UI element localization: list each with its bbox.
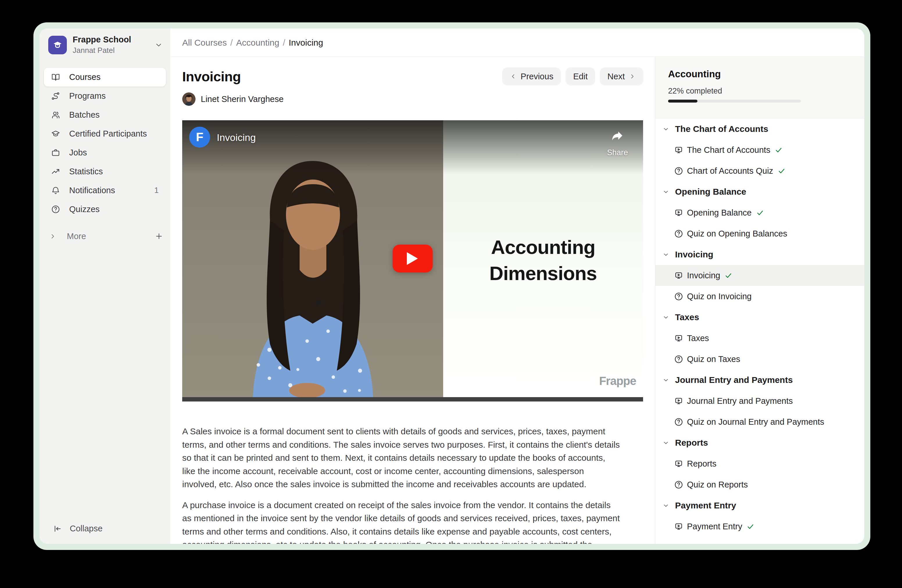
course-outline-panel: Accounting 22% completed The Chart of Ac… bbox=[655, 57, 864, 544]
sidebar-item-batches[interactable]: Batches bbox=[44, 105, 166, 124]
outline-section-title: Taxes bbox=[675, 312, 699, 322]
avatar bbox=[182, 92, 196, 106]
outline-item-label: Quiz on Reports bbox=[687, 480, 748, 489]
lesson-video-icon bbox=[674, 397, 683, 405]
outline-item-label: Journal Entry and Payments bbox=[687, 396, 793, 406]
outline-section-reports[interactable]: Reports bbox=[655, 432, 864, 453]
outline-item-chart-of-accounts-quiz[interactable]: Chart of Accounts Quiz bbox=[655, 160, 864, 181]
outline-item-quiz-on-journal-entry-and-payments[interactable]: Quiz on Journal Entry and Payments bbox=[655, 411, 864, 432]
lesson-video-icon bbox=[674, 522, 683, 531]
lesson-paragraph: A Sales invoice is a formal document sen… bbox=[182, 425, 620, 491]
chevron-down-icon bbox=[662, 251, 669, 258]
sidebar-item-programs[interactable]: Programs bbox=[44, 87, 166, 105]
course-title: Accounting bbox=[668, 69, 852, 80]
outline-item-label: Taxes bbox=[687, 333, 709, 343]
outline-item-invoicing[interactable]: Invoicing bbox=[655, 265, 864, 286]
outline-item-label: Opening Balance bbox=[687, 208, 752, 217]
outline-item-taxes[interactable]: Taxes bbox=[655, 328, 864, 349]
bell-icon bbox=[51, 186, 60, 195]
video-player[interactable]: Accounting Dimensions F Invoicing bbox=[182, 120, 643, 402]
video-bottom-bar bbox=[182, 397, 643, 402]
outline-item-label: Invoicing bbox=[687, 271, 720, 280]
collapse-icon bbox=[53, 524, 62, 533]
more-label: More bbox=[67, 231, 86, 241]
quiz-icon bbox=[674, 418, 683, 427]
outline-item-label: Chart of Accounts Quiz bbox=[687, 166, 773, 176]
lesson-title-row: Invoicing Previous Edit Next bbox=[182, 67, 644, 85]
breadcrumb-all-courses[interactable]: All Courses bbox=[182, 38, 227, 48]
outline-section-opening-balance[interactable]: Opening Balance bbox=[655, 181, 864, 202]
progress-fill bbox=[668, 100, 697, 103]
breadcrumb-separator: / bbox=[230, 38, 232, 48]
book-open-icon bbox=[51, 73, 60, 81]
video-top-gradient bbox=[182, 120, 643, 174]
outline-list: The Chart of AccountsThe Chart of Accoun… bbox=[655, 119, 864, 544]
sidebar-item-more[interactable]: More bbox=[49, 227, 163, 246]
check-icon bbox=[747, 522, 754, 530]
outline-item-quiz-on-reports[interactable]: Quiz on Reports bbox=[655, 474, 864, 495]
sidebar-item-label: Courses bbox=[69, 72, 100, 82]
sidebar-item-courses[interactable]: Courses bbox=[44, 68, 166, 87]
frappe-school-logo bbox=[48, 36, 67, 54]
sidebar-item-label: Programs bbox=[69, 91, 106, 101]
sidebar-item-label: Certified Participants bbox=[69, 129, 147, 139]
outline-section-invoicing[interactable]: Invoicing bbox=[655, 244, 864, 265]
lesson-video-icon bbox=[674, 334, 683, 343]
next-button[interactable]: Next bbox=[600, 67, 644, 85]
workspace-info: Frappe School Jannat Patel bbox=[73, 35, 155, 55]
previous-button[interactable]: Previous bbox=[502, 67, 561, 85]
outline-section-journal-entry-and-payments[interactable]: Journal Entry and Payments bbox=[655, 369, 864, 391]
outline-item-opening-balance[interactable]: Opening Balance bbox=[655, 202, 864, 223]
outline-section-title: The Chart of Accounts bbox=[675, 124, 768, 134]
outline-item-payment-entry[interactable]: Payment Entry bbox=[655, 516, 864, 537]
outline-section-title: Reports bbox=[675, 438, 708, 448]
quiz-icon bbox=[674, 292, 683, 301]
lesson-video-icon bbox=[674, 271, 683, 280]
outline-item-the-chart-of-accounts[interactable]: The Chart of Accounts bbox=[655, 139, 864, 160]
outline-section-taxes[interactable]: Taxes bbox=[655, 307, 864, 328]
lesson-video-icon bbox=[674, 459, 683, 468]
chevron-down-icon[interactable] bbox=[155, 41, 163, 49]
sidebar-nav: CoursesProgramsBatchesCertified Particip… bbox=[39, 68, 170, 219]
breadcrumb-separator: / bbox=[283, 38, 285, 48]
sidebar-item-quizzes[interactable]: Quizzes bbox=[44, 200, 166, 219]
video-title-overlay[interactable]: Invoicing bbox=[217, 132, 256, 143]
workspace-user: Jannat Patel bbox=[73, 46, 155, 55]
outline-item-reports[interactable]: Reports bbox=[655, 453, 864, 474]
outline-item-label: Quiz on Journal Entry and Payments bbox=[687, 417, 824, 427]
sidebar-item-certified-participants[interactable]: Certified Participants bbox=[44, 124, 166, 143]
sidebar-item-statistics[interactable]: Statistics bbox=[44, 162, 166, 181]
outline-section-payment-entry[interactable]: Payment Entry bbox=[655, 495, 864, 516]
outline-section-the-chart-of-accounts[interactable]: The Chart of Accounts bbox=[655, 119, 864, 139]
chevron-down-icon bbox=[662, 439, 669, 446]
lesson-video-icon bbox=[674, 145, 683, 155]
workspace-switcher[interactable]: Frappe School Jannat Patel bbox=[39, 28, 170, 55]
play-button[interactable] bbox=[393, 245, 433, 272]
outline-item-quiz-on-taxes[interactable]: Quiz on Taxes bbox=[655, 349, 864, 369]
outline-item-quiz-on-opening-balances[interactable]: Quiz on Opening Balances bbox=[655, 223, 864, 244]
outline-item-label: Quiz on Taxes bbox=[687, 354, 740, 364]
sidebar-item-notifications[interactable]: Notifications1 bbox=[44, 181, 166, 200]
edit-button[interactable]: Edit bbox=[565, 67, 595, 85]
channel-avatar[interactable]: F bbox=[189, 127, 210, 148]
quiz-icon bbox=[674, 166, 683, 175]
lesson-main: Invoicing Previous Edit Next bbox=[170, 57, 655, 544]
share-button[interactable]: Share bbox=[607, 129, 628, 157]
plus-icon[interactable] bbox=[155, 232, 163, 241]
sidebar-item-label: Jobs bbox=[69, 148, 87, 158]
chevron-down-icon bbox=[662, 314, 669, 321]
share-icon bbox=[611, 129, 624, 142]
collapse-sidebar-button[interactable]: Collapse bbox=[53, 524, 103, 533]
page-title: Invoicing bbox=[182, 69, 498, 84]
outline-section-title: Opening Balance bbox=[675, 187, 746, 197]
chevron-right-icon bbox=[49, 233, 56, 240]
outline-item-label: Quiz on Opening Balances bbox=[687, 229, 787, 239]
right-pane: All Courses / Accounting / Invoicing Inv… bbox=[170, 28, 864, 544]
chevron-down-icon bbox=[662, 377, 669, 383]
outline-section-title: Invoicing bbox=[675, 250, 713, 260]
sidebar-item-jobs[interactable]: Jobs bbox=[44, 143, 166, 162]
users-icon bbox=[51, 110, 60, 119]
breadcrumb-accounting[interactable]: Accounting bbox=[236, 38, 279, 48]
outline-item-quiz-on-invoicing[interactable]: Quiz on Invoicing bbox=[655, 286, 864, 307]
outline-item-journal-entry-and-payments[interactable]: Journal Entry and Payments bbox=[655, 391, 864, 411]
